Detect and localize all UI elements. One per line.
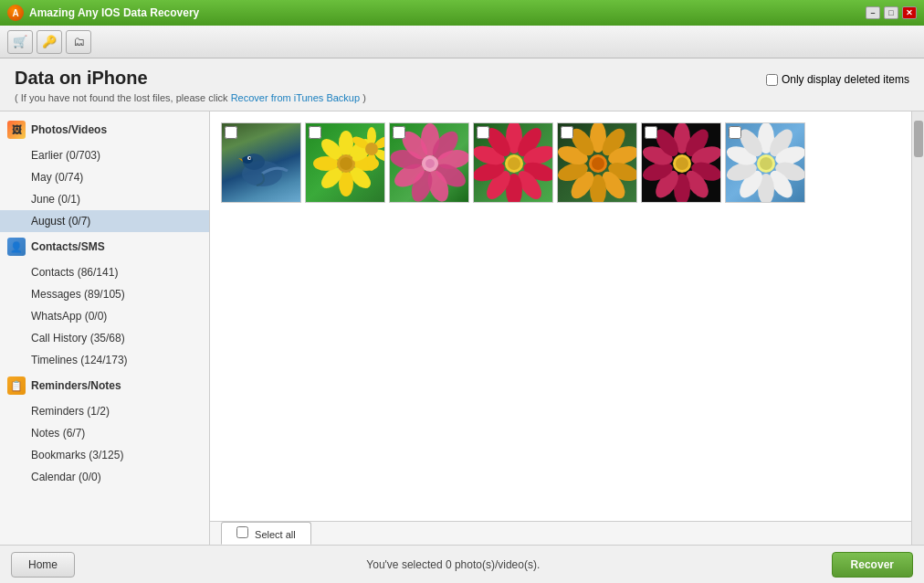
key-icon[interactable]: 🔑: [37, 30, 62, 54]
recover-button[interactable]: Recover: [832, 552, 913, 578]
sidebar-item-reminders[interactable]: Reminders (1/2): [0, 400, 209, 422]
photo-6-checkbox[interactable]: [645, 126, 657, 139]
sidebar-item-calendar[interactable]: Calendar (0/0): [0, 466, 209, 488]
bottom-area: Select all: [210, 521, 911, 545]
minimize-button[interactable]: –: [866, 6, 880, 19]
svg-point-24: [365, 143, 378, 155]
header-subtitle: ( If you have not found the lost files, …: [15, 92, 366, 103]
app-title: Amazing Any IOS Data Recovery: [29, 6, 199, 19]
window-icon[interactable]: 🗂: [66, 30, 91, 54]
svg-point-16: [340, 157, 352, 170]
header-right: Only display deleted items: [766, 73, 909, 86]
reminders-icon: 📋: [7, 376, 26, 395]
photo-3-checkbox[interactable]: [393, 126, 405, 139]
page-title: Data on iPhone: [15, 68, 366, 89]
photo-thumb-4[interactable]: [473, 122, 553, 203]
status-bar: Home You've selected 0 photo(s)/video(s)…: [0, 545, 924, 583]
contacts-sms-label: Contacts/SMS: [31, 240, 105, 253]
sidebar-item-june[interactable]: June (0/1): [0, 188, 209, 210]
photos-icon: 🖼: [7, 121, 26, 139]
close-button[interactable]: ✕: [902, 6, 917, 19]
sidebar-item-reminders-notes[interactable]: 📋 Reminders/Notes: [0, 371, 209, 400]
photo-thumb-5[interactable]: [557, 122, 637, 203]
reminders-notes-label: Reminders/Notes: [31, 379, 121, 392]
main-content: Data on iPhone ( If you have not found t…: [0, 58, 924, 583]
svg-point-60: [592, 157, 604, 170]
deleted-items-filter[interactable]: Only display deleted items: [766, 73, 909, 86]
svg-point-48: [508, 157, 520, 170]
sidebar-item-august[interactable]: August (0/7): [0, 210, 209, 232]
photo-area: Select all: [210, 111, 911, 545]
window-controls[interactable]: – □ ✕: [866, 6, 917, 19]
sidebar-item-photos-videos[interactable]: 🖼 Photos/Videos: [0, 115, 209, 144]
home-button[interactable]: Home: [11, 552, 75, 578]
photo-thumb-6[interactable]: [641, 122, 721, 203]
sidebar-item-may[interactable]: May (0/74): [0, 166, 209, 188]
deleted-items-checkbox[interactable]: [766, 74, 778, 86]
photo-5-checkbox[interactable]: [561, 126, 573, 139]
select-all-tab[interactable]: Select all: [221, 522, 311, 545]
sidebar-item-notes[interactable]: Notes (6/7): [0, 422, 209, 444]
svg-point-36: [425, 159, 435, 168]
svg-point-84: [760, 157, 772, 170]
photo-7-checkbox[interactable]: [729, 126, 741, 139]
svg-marker-3: [238, 158, 243, 162]
photo-thumb-3[interactable]: [389, 122, 469, 203]
sidebar: 🖼 Photos/Videos Earlier (0/703) May (0/7…: [0, 111, 210, 545]
header: Data on iPhone ( If you have not found t…: [0, 58, 924, 111]
body-area: 🖼 Photos/Videos Earlier (0/703) May (0/7…: [0, 111, 924, 545]
photo-thumb-2[interactable]: [305, 122, 385, 203]
photo-4-checkbox[interactable]: [477, 126, 489, 139]
svg-point-72: [676, 157, 688, 170]
svg-point-2: [242, 156, 253, 164]
maximize-button[interactable]: □: [884, 6, 898, 19]
status-text: You've selected 0 photo(s)/video(s).: [366, 558, 540, 571]
sidebar-item-whatsapp[interactable]: WhatsApp (0/0): [0, 305, 209, 327]
sidebar-item-contacts[interactable]: Contacts (86/141): [0, 261, 209, 283]
header-left: Data on iPhone ( If you have not found t…: [15, 68, 366, 103]
scrollbar[interactable]: [911, 111, 924, 545]
sidebar-item-call-history[interactable]: Call History (35/68): [0, 327, 209, 349]
photo-thumb-7[interactable]: [725, 122, 805, 203]
sidebar-item-messages[interactable]: Messages (89/105): [0, 283, 209, 305]
sidebar-item-timelines[interactable]: Timelines (124/173): [0, 349, 209, 371]
select-all-checkbox[interactable]: [236, 526, 248, 538]
photo-thumb-1[interactable]: [221, 122, 301, 203]
sidebar-item-bookmarks[interactable]: Bookmarks (3/125): [0, 444, 209, 466]
tab-bar: Select all: [210, 522, 911, 545]
deleted-items-label: Only display deleted items: [782, 73, 909, 86]
photos-videos-label: Photos/Videos: [31, 123, 107, 136]
photo-grid: [210, 111, 911, 521]
photo-2-checkbox[interactable]: [309, 126, 321, 139]
app-icon: A: [7, 5, 24, 21]
cart-icon[interactable]: 🛒: [7, 30, 33, 54]
toolbar: 🛒 🔑 🗂: [0, 26, 924, 58]
recover-from-itunes-link[interactable]: Recover from iTunes Backup: [231, 92, 360, 103]
sidebar-item-earlier[interactable]: Earlier (0/703): [0, 144, 209, 166]
photo-1-checkbox[interactable]: [225, 126, 237, 139]
svg-point-5: [249, 157, 251, 159]
title-bar: A Amazing Any IOS Data Recovery – □ ✕: [0, 0, 924, 26]
sidebar-item-contacts-sms[interactable]: 👤 Contacts/SMS: [0, 232, 209, 261]
contacts-icon: 👤: [7, 238, 26, 256]
